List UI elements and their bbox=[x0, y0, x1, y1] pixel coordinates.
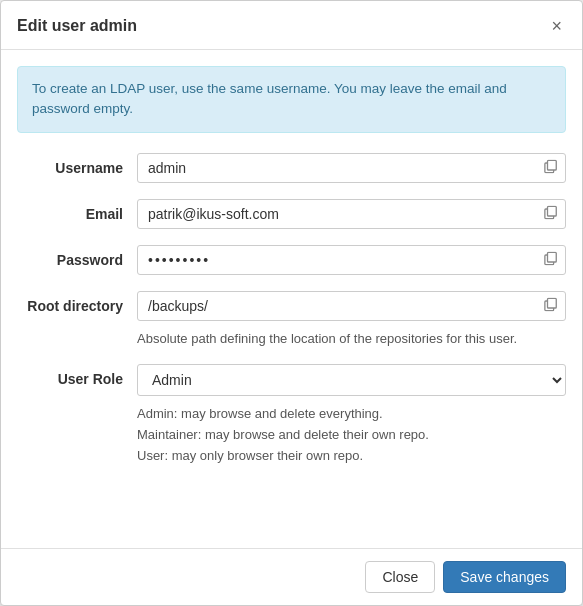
svg-rect-3 bbox=[548, 206, 557, 216]
username-copy-icon[interactable] bbox=[544, 159, 558, 176]
email-group: Email bbox=[17, 199, 566, 229]
username-input-wrap bbox=[137, 153, 566, 183]
user-role-group: User Role Admin Maintainer User bbox=[17, 364, 566, 396]
svg-rect-7 bbox=[548, 298, 557, 308]
email-input[interactable] bbox=[137, 199, 566, 229]
root-dir-input[interactable] bbox=[137, 291, 566, 321]
svg-rect-1 bbox=[548, 160, 557, 170]
root-dir-input-wrap bbox=[137, 291, 566, 321]
save-changes-button[interactable]: Save changes bbox=[443, 561, 566, 593]
role-desc-line3: User: may only browser their own repo. bbox=[137, 446, 566, 467]
close-icon[interactable]: × bbox=[547, 15, 566, 37]
modal-title: Edit user admin bbox=[17, 17, 137, 35]
svg-rect-5 bbox=[548, 252, 557, 262]
username-label: Username bbox=[17, 153, 137, 176]
edit-user-modal: Edit user admin × To create an LDAP user… bbox=[0, 0, 583, 606]
modal-body: To create an LDAP user, use the same use… bbox=[1, 50, 582, 548]
close-button[interactable]: Close bbox=[365, 561, 435, 593]
root-dir-desc: Absolute path defining the location of t… bbox=[137, 329, 566, 349]
root-dir-label: Root directory bbox=[17, 291, 137, 314]
password-copy-icon[interactable] bbox=[544, 251, 558, 268]
username-input[interactable] bbox=[137, 153, 566, 183]
password-input-wrap bbox=[137, 245, 566, 275]
email-label: Email bbox=[17, 199, 137, 222]
ldap-info-box: To create an LDAP user, use the same use… bbox=[17, 66, 566, 133]
user-role-label: User Role bbox=[17, 364, 137, 387]
modal-header: Edit user admin × bbox=[1, 1, 582, 50]
password-label: Password bbox=[17, 245, 137, 268]
root-dir-copy-icon[interactable] bbox=[544, 297, 558, 314]
role-description: Admin: may browse and delete everything.… bbox=[137, 404, 566, 466]
password-group: Password bbox=[17, 245, 566, 275]
root-dir-group: Root directory bbox=[17, 291, 566, 321]
role-desc-line2: Maintainer: may browse and delete their … bbox=[137, 425, 566, 446]
email-copy-icon[interactable] bbox=[544, 205, 558, 222]
password-input[interactable] bbox=[137, 245, 566, 275]
email-input-wrap bbox=[137, 199, 566, 229]
user-role-select-wrap: Admin Maintainer User bbox=[137, 364, 566, 396]
role-desc-line1: Admin: may browse and delete everything. bbox=[137, 404, 566, 425]
modal-footer: Close Save changes bbox=[1, 548, 582, 605]
username-group: Username bbox=[17, 153, 566, 183]
user-role-select[interactable]: Admin Maintainer User bbox=[137, 364, 566, 396]
